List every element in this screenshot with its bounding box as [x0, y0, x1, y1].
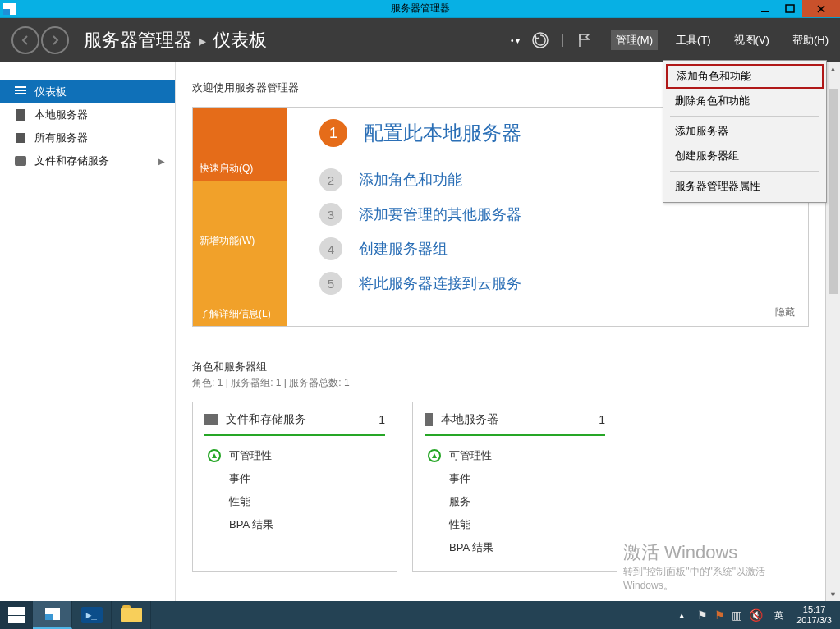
refresh-button[interactable] — [531, 31, 549, 49]
storage-icon — [15, 155, 26, 167]
tile-row-performance[interactable]: 性能 — [425, 513, 605, 536]
manage-dropdown: 添加角色和功能 删除角色和功能 添加服务器 创建服务器组 服务器管理器属性 — [663, 60, 827, 203]
breadcrumb-root[interactable]: 服务器管理器 — [84, 28, 192, 53]
sidebar: 仪表板 本地服务器 所有服务器 文件和存储服务 ▶ — [0, 62, 176, 601]
welcome-tab-quickstart[interactable]: 快速启动(Q) — [193, 108, 287, 181]
tray-overflow-icon[interactable]: ▲ — [672, 611, 691, 620]
taskbar-explorer[interactable] — [112, 601, 151, 629]
titlebar-app-icon — [0, 1, 21, 17]
tray-network-icon[interactable]: ▥ — [732, 608, 742, 622]
sidebar-label-all: 所有服务器 — [34, 131, 88, 145]
tile-name: 本地服务器 — [441, 412, 590, 427]
step-link-cloud[interactable]: 将此服务器连接到云服务 — [359, 273, 521, 293]
tile-local-server[interactable]: 本地服务器 1 可管理性 事件 服务 性能 BPA 结果 — [412, 402, 617, 572]
scrollbar-thumb[interactable] — [829, 89, 838, 294]
chevron-right-icon: ▶ — [158, 157, 165, 166]
dashboard-icon — [15, 86, 26, 98]
menu-view[interactable]: 视图(V) — [729, 30, 774, 50]
sidebar-item-file-storage[interactable]: 文件和存储服务 ▶ — [0, 149, 175, 172]
start-button[interactable] — [0, 601, 33, 629]
server-icon — [15, 109, 26, 121]
menu-manage[interactable]: 管理(M) — [611, 30, 659, 50]
sidebar-item-dashboard[interactable]: 仪表板 — [0, 80, 175, 103]
tile-row-bpa[interactable]: BPA 结果 — [425, 536, 605, 559]
step-number-4: 4 — [319, 237, 342, 260]
close-button[interactable] — [802, 0, 840, 17]
tile-status-bar — [425, 434, 605, 436]
step-number-1: 1 — [319, 119, 347, 147]
sidebar-label-local: 本地服务器 — [34, 108, 88, 122]
dropdown-remove-roles[interactable]: 删除角色和功能 — [663, 89, 826, 113]
menu-help[interactable]: 帮助(H) — [787, 30, 833, 50]
tile-row-services[interactable]: 服务 — [425, 490, 605, 513]
notifications-flag-icon[interactable] — [576, 32, 591, 48]
taskbar-clock[interactable]: 15:17 2017/3/3 — [788, 604, 840, 626]
tray-flag-icon[interactable]: ⚑ — [697, 608, 708, 622]
step-link-add-servers[interactable]: 添加要管理的其他服务器 — [359, 204, 521, 224]
clock-time: 15:17 — [796, 604, 832, 615]
step-number-3: 3 — [319, 203, 342, 226]
step-link-configure-local[interactable]: 配置此本地服务器 — [364, 120, 521, 146]
svg-rect-1 — [786, 5, 794, 12]
taskbar: ▸_ ▲ ⚑ ⚑ ▥ 🔇 英 15:17 2017/3/3 — [0, 601, 840, 629]
tray-volume-icon[interactable]: 🔇 — [749, 608, 763, 622]
dropdown-properties[interactable]: 服务器管理器属性 — [663, 174, 826, 199]
roles-section-sub: 角色: 1 | 服务器组: 1 | 服务器总数: 1 — [192, 376, 809, 390]
window-titlebar: 服务器管理器 — [0, 0, 840, 18]
step-number-5: 5 — [319, 272, 342, 295]
sidebar-item-all-servers[interactable]: 所有服务器 — [0, 126, 175, 149]
tile-row-bpa[interactable]: BPA 结果 — [204, 513, 385, 536]
dropdown-create-group[interactable]: 创建服务器组 — [663, 144, 826, 168]
tray-icons: ⚑ ⚑ ▥ 🔇 — [691, 608, 769, 622]
welcome-hide-link[interactable]: 隐藏 — [775, 305, 795, 319]
local-server-tile-icon — [425, 413, 433, 426]
menu-tools[interactable]: 工具(T) — [671, 30, 716, 50]
file-storage-tile-icon — [204, 414, 218, 425]
step-number-2: 2 — [319, 168, 342, 191]
breadcrumb-separator-icon: ▸ — [199, 32, 206, 50]
ime-indicator[interactable]: 英 — [769, 609, 788, 622]
svg-rect-0 — [761, 11, 769, 12]
scroll-up-icon[interactable]: ▲ — [826, 62, 841, 76]
taskbar-server-manager[interactable] — [33, 601, 72, 629]
tray-security-icon[interactable]: ⚑ — [714, 608, 725, 622]
maximize-button[interactable] — [778, 0, 802, 17]
tile-row-manageability[interactable]: 可管理性 — [204, 444, 385, 467]
roles-section-title: 角色和服务器组 — [192, 360, 809, 374]
minimize-button[interactable] — [753, 0, 778, 17]
taskbar-powershell[interactable]: ▸_ — [72, 601, 112, 629]
tile-row-manageability[interactable]: 可管理性 — [425, 444, 605, 467]
sidebar-item-local-server[interactable]: 本地服务器 — [0, 103, 175, 126]
step-link-add-roles[interactable]: 添加角色和功能 — [359, 170, 462, 190]
dropdown-add-server[interactable]: 添加服务器 — [663, 119, 826, 144]
tile-name: 文件和存储服务 — [226, 412, 370, 427]
tile-status-bar — [204, 434, 385, 436]
status-ok-icon — [428, 449, 441, 462]
clock-date: 2017/3/3 — [796, 615, 832, 626]
dropdown-divider — [670, 116, 819, 117]
sidebar-label-dashboard: 仪表板 — [34, 85, 67, 99]
breadcrumb: 服务器管理器 ▸ 仪表板 — [84, 28, 267, 53]
dropdown-add-roles[interactable]: 添加角色和功能 — [666, 64, 824, 89]
welcome-tab-whatsnew[interactable]: 新增功能(W) — [193, 181, 287, 254]
refresh-separator: | — [561, 33, 564, 48]
dropdown-divider — [670, 171, 819, 172]
scroll-down-icon[interactable]: ▼ — [826, 588, 841, 601]
servers-icon — [15, 132, 26, 144]
tile-row-events[interactable]: 事件 — [425, 467, 605, 490]
welcome-tab-learnmore[interactable]: 了解详细信息(L) — [193, 253, 287, 326]
nav-forward-button[interactable] — [41, 26, 69, 54]
tile-file-storage[interactable]: 文件和存储服务 1 可管理性 事件 性能 BPA 结果 — [192, 402, 397, 572]
sidebar-label-storage: 文件和存储服务 — [34, 154, 109, 168]
tile-count: 1 — [379, 413, 385, 426]
app-header: 服务器管理器 ▸ 仪表板 • ▾ | 管理(M) 工具(T) 视图(V) 帮助(… — [0, 18, 840, 62]
tile-row-performance[interactable]: 性能 — [204, 490, 385, 513]
breadcrumb-current: 仪表板 — [213, 28, 267, 53]
step-link-create-group[interactable]: 创建服务器组 — [359, 239, 448, 259]
tile-row-events[interactable]: 事件 — [204, 467, 385, 490]
vertical-scrollbar[interactable]: ▲ ▼ — [825, 62, 840, 601]
nav-back-button[interactable] — [11, 26, 39, 54]
window-title: 服务器管理器 — [391, 2, 450, 16]
status-ok-icon — [208, 449, 221, 462]
breadcrumb-dropdown-icon[interactable]: • ▾ — [511, 36, 520, 45]
